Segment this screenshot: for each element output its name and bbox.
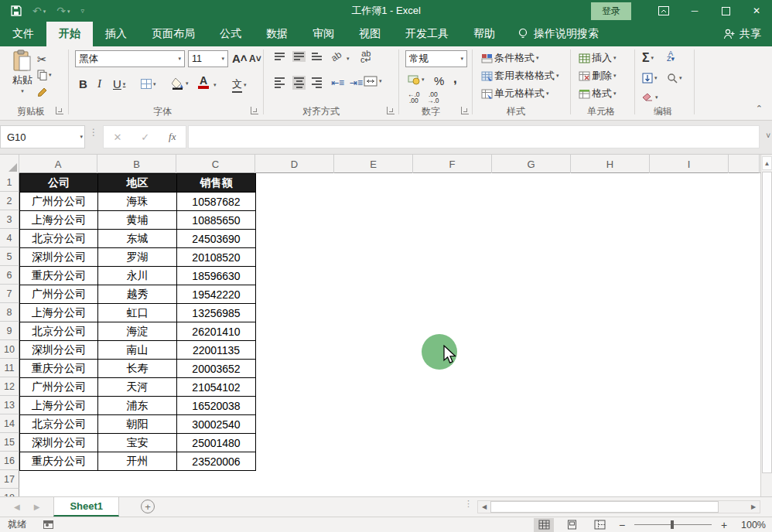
clipboard-dialog-launcher[interactable] [56,107,63,114]
scroll-left-icon[interactable]: ◀ [478,501,490,513]
cell[interactable]: 开州 [98,452,177,471]
sign-in-button[interactable]: 登录 [591,2,631,20]
normal-view-button[interactable] [534,518,554,532]
sheet-grid[interactable]: ABCDEFGHI 123456789101112131415161718 公司… [0,155,760,496]
cell[interactable]: 长寿 [98,360,177,378]
cell[interactable]: 虹口 [98,304,177,322]
namebox-splitter[interactable]: ⋮ [89,130,98,135]
borders-button[interactable]: ▾ [141,79,156,89]
cell[interactable]: 深圳分公司 [20,434,98,452]
tab-ribbon-8[interactable]: 开发工具 [393,22,461,46]
zoom-in-button[interactable]: + [719,519,729,531]
align-middle-button[interactable] [292,51,306,62]
maximize-button[interactable] [710,0,741,22]
column-header-A[interactable]: A [19,155,97,173]
align-top-button[interactable] [275,53,285,60]
row-header-3[interactable]: 3 [0,210,19,229]
cell[interactable]: 北京分公司 [20,322,98,341]
sheet-nav-prev-icon[interactable]: ◀ [14,503,20,511]
cell[interactable]: 重庆分公司 [20,452,98,471]
cell[interactable]: 上海分公司 [20,397,98,415]
phonetic-guide-button[interactable]: 文▾ [232,77,247,93]
sheet-nav-next-icon[interactable]: ▶ [34,503,40,511]
cell[interactable]: 20108520 [177,248,256,267]
underline-button[interactable]: U▾ [113,77,125,90]
cell[interactable]: 北京分公司 [20,415,98,434]
wrap-text-button[interactable]: abc↵ [360,50,372,63]
column-header-E[interactable]: E [334,155,413,173]
cell[interactable]: 深圳分公司 [20,341,98,360]
conditional-formatting-button[interactable]: 条件格式▾ [481,51,539,65]
cell[interactable]: 南山 [98,341,177,360]
row-header-18[interactable]: 18 [0,489,19,496]
comma-style-button[interactable]: , [453,71,457,87]
tab-ribbon-9[interactable]: 帮助 [461,22,507,46]
cell[interactable]: 上海分公司 [20,304,98,322]
row-header-2[interactable]: 2 [0,192,19,210]
zoom-level[interactable]: 100% [736,520,766,530]
align-center-button[interactable] [292,76,306,90]
find-select-button[interactable]: ▾ [667,73,682,84]
tab-ribbon-5[interactable]: 数据 [254,22,300,46]
autosum-button[interactable]: Σ▾ [642,51,654,65]
delete-cells-button[interactable]: 删除▾ [579,69,617,83]
cell[interactable]: 10885650 [177,211,256,230]
cell[interactable]: 罗湖 [98,248,177,267]
cell[interactable]: 越秀 [98,285,177,304]
cell[interactable]: 24503690 [177,230,256,248]
cell[interactable]: 东城 [98,230,177,248]
redo-button[interactable]: ↷▾ [56,5,70,16]
cell[interactable]: 深圳分公司 [20,248,98,267]
column-header-H[interactable]: H [571,155,650,173]
share-button[interactable]: 共享 [723,22,761,46]
sheet-tab-sheet1[interactable]: Sheet1 [53,497,119,517]
alignment-dialog-launcher[interactable] [387,107,395,114]
cell[interactable]: 海珠 [98,193,177,211]
row-header-5[interactable]: 5 [0,247,19,266]
cell[interactable]: 19542220 [177,285,256,304]
row-header-1[interactable]: 1 [0,173,19,192]
increase-indent-button[interactable]: ⇥≡ [350,77,363,88]
cell[interactable]: 20003652 [177,360,256,378]
format-cells-button[interactable]: 格式▾ [579,87,617,101]
tab-ribbon-3[interactable]: 页面布局 [139,22,207,46]
cell[interactable]: 朝阳 [98,415,177,434]
row-header-6[interactable]: 6 [0,266,19,285]
font-color-caret[interactable]: ▾ [213,82,217,88]
clear-button[interactable]: ▾ [642,93,658,102]
italic-button[interactable]: I [97,77,101,90]
cell[interactable]: 26201410 [177,322,256,341]
row-header-13[interactable]: 13 [0,396,19,414]
header-cell[interactable]: 销售额 [177,174,256,193]
row-header-12[interactable]: 12 [0,377,19,396]
expand-formula-bar-icon[interactable]: ˅ [766,131,770,140]
align-right-button[interactable] [312,77,322,88]
cell[interactable]: 16520038 [177,397,256,415]
tabbar-splitter[interactable]: ⋮ [464,502,473,506]
tab-ribbon-6[interactable]: 审阅 [300,22,347,46]
name-box[interactable]: G10▾ [0,125,85,148]
column-header-F[interactable]: F [413,155,492,173]
insert-function-icon[interactable]: fx [169,131,176,143]
zoom-slider[interactable] [634,524,712,525]
formula-input[interactable] [188,125,760,148]
copy-button[interactable]: ▾ [37,70,52,80]
header-cell[interactable]: 地区 [98,174,177,193]
cell[interactable]: 广州分公司 [20,378,98,397]
tab-file[interactable]: 文件 [0,22,46,46]
cell[interactable]: 天河 [98,378,177,397]
close-button[interactable]: ✕ [741,0,772,22]
column-header-D[interactable]: D [255,155,334,173]
zoom-out-button[interactable]: − [617,519,627,531]
ribbon-display-options-icon[interactable] [648,0,679,22]
cell[interactable]: 23520006 [177,452,256,471]
vertical-scroll-thumb[interactable] [762,172,772,473]
page-layout-view-button[interactable] [562,518,582,532]
save-icon[interactable] [11,5,22,16]
cell[interactable]: 10587682 [177,193,256,211]
fill-button[interactable]: ▾ [642,73,658,84]
cell[interactable]: 13256985 [177,304,256,322]
cell[interactable]: 30002540 [177,415,256,434]
shrink-font-button[interactable]: A˅ [249,53,261,64]
tab-ribbon-7[interactable]: 视图 [347,22,393,46]
